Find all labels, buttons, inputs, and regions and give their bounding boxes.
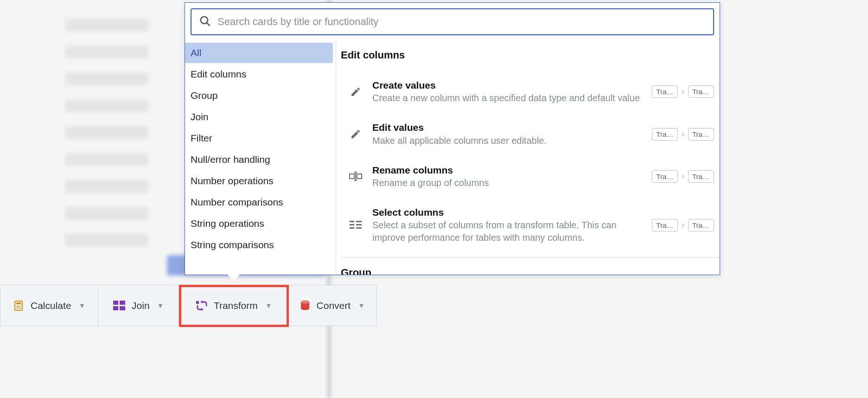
search-box[interactable]: [191, 8, 714, 35]
calculate-button[interactable]: Calculate▼: [0, 285, 98, 326]
search-icon: [199, 15, 211, 29]
tag[interactable]: Transf…: [688, 219, 714, 231]
category-item[interactable]: String operations: [185, 213, 333, 234]
chevron-right-icon: ›: [682, 172, 684, 181]
card-title: Edit values: [372, 121, 644, 134]
tag[interactable]: Transf…: [688, 128, 714, 141]
card-row[interactable]: Select columnsSelect a subset of columns…: [341, 198, 720, 252]
svg-rect-22: [120, 301, 125, 305]
search-input[interactable]: [217, 16, 706, 28]
join-button[interactable]: Join▼: [98, 285, 179, 326]
database-icon: [300, 300, 310, 311]
svg-rect-10: [356, 221, 362, 222]
card-tags: Transf…›Transf…: [652, 170, 714, 183]
svg-line-1: [207, 23, 210, 26]
category-item[interactable]: Null/error handling: [185, 149, 333, 170]
card-description: Make all applicable columns user editabl…: [372, 135, 644, 147]
transform-icon: [195, 300, 207, 311]
tag[interactable]: Transf…: [652, 219, 678, 231]
bottom-toolbar: Calculate▼Join▼Transform▼Convert▼: [0, 285, 377, 326]
rename-icon: [347, 171, 364, 181]
card-text: Rename columnsRename a group of columns: [372, 164, 644, 189]
category-list: AllEdit columnsGroupJoinFilterNull/error…: [185, 41, 336, 275]
svg-rect-8: [350, 224, 354, 225]
card-row[interactable]: Rename columnsRename a group of columnsT…: [341, 155, 720, 198]
svg-rect-11: [356, 224, 362, 225]
svg-rect-3: [357, 174, 362, 179]
svg-point-19: [18, 307, 19, 308]
svg-rect-12: [356, 227, 362, 229]
toolbar-label: Transform: [214, 300, 258, 311]
category-item[interactable]: Filter: [185, 128, 333, 148]
card-text: Select columnsSelect a subset of columns…: [372, 206, 644, 244]
svg-rect-25: [196, 301, 199, 304]
popover-body: AllEdit columnsGroupJoinFilterNull/error…: [185, 41, 720, 275]
chevron-down-icon: ▼: [358, 302, 365, 309]
search-container: [185, 3, 720, 41]
card-description: Rename a group of columns: [372, 177, 644, 189]
columns-icon: [347, 220, 364, 230]
transform-popover: AllEdit columnsGroupJoinFilterNull/error…: [185, 2, 720, 275]
svg-point-15: [16, 305, 18, 307]
svg-point-20: [19, 307, 21, 308]
tag[interactable]: Transf…: [652, 85, 678, 98]
card-title: Create values: [372, 79, 644, 92]
category-item[interactable]: All: [185, 43, 333, 63]
chevron-right-icon: ›: [682, 220, 684, 230]
card-row[interactable]: Create valuesCreate a new column with a …: [341, 71, 720, 113]
tag[interactable]: Transf…: [652, 170, 678, 183]
card-text: Edit valuesMake all applicable columns u…: [372, 121, 644, 147]
chevron-down-icon: ▼: [265, 302, 272, 309]
tag[interactable]: Transf…: [652, 128, 678, 141]
category-item[interactable]: Number comparisons: [185, 192, 333, 212]
chevron-right-icon: ›: [682, 87, 684, 96]
svg-rect-23: [113, 306, 118, 310]
svg-rect-21: [113, 301, 118, 305]
card-row[interactable]: Edit valuesMake all applicable columns u…: [341, 113, 720, 155]
card-description: Create a new column with a specified dat…: [372, 92, 644, 104]
chevron-down-icon: ▼: [79, 302, 86, 309]
toolbar-label: Join: [132, 300, 150, 311]
svg-rect-7: [350, 221, 354, 222]
section-title: Group: [341, 257, 720, 275]
svg-rect-9: [350, 227, 354, 229]
card-tags: Transf…›Transf…: [652, 85, 714, 98]
pencil-icon: [347, 86, 364, 97]
category-item[interactable]: Join: [185, 107, 333, 127]
convert-button[interactable]: Convert▼: [288, 285, 376, 326]
chevron-down-icon: ▼: [157, 302, 164, 309]
grid-icon: [113, 301, 125, 311]
chevron-right-icon: ›: [682, 129, 684, 139]
svg-point-16: [18, 305, 19, 307]
category-item[interactable]: Edit columns: [185, 64, 333, 84]
category-item[interactable]: Group: [185, 85, 333, 106]
card-title: Select columns: [372, 206, 644, 219]
pencil-icon: [347, 128, 364, 140]
card-tags: Transf…›Transf…: [652, 128, 714, 141]
section-title: Edit columns: [341, 43, 720, 71]
tag[interactable]: Transf…: [688, 85, 714, 98]
tag[interactable]: Transf…: [688, 170, 714, 183]
card-title: Rename columns: [372, 164, 644, 177]
svg-rect-24: [120, 306, 125, 310]
results-panel: Edit columnsCreate valuesCreate a new co…: [336, 41, 720, 275]
card-text: Create valuesCreate a new column with a …: [372, 79, 644, 104]
svg-point-17: [19, 305, 21, 307]
toolbar-label: Calculate: [31, 300, 71, 311]
category-item[interactable]: String comparisons: [185, 235, 333, 255]
card-description: Select a subset of columns from a transf…: [372, 219, 644, 244]
card-tags: Transf…›Transf…: [652, 219, 714, 231]
category-item[interactable]: Number operations: [185, 171, 333, 191]
svg-point-18: [16, 307, 18, 308]
toolbar-label: Convert: [317, 300, 351, 311]
svg-point-27: [301, 300, 309, 303]
calculator-icon: [13, 300, 24, 311]
transform-button[interactable]: Transform▼: [179, 285, 288, 326]
svg-rect-14: [16, 302, 21, 304]
svg-rect-2: [350, 174, 354, 179]
